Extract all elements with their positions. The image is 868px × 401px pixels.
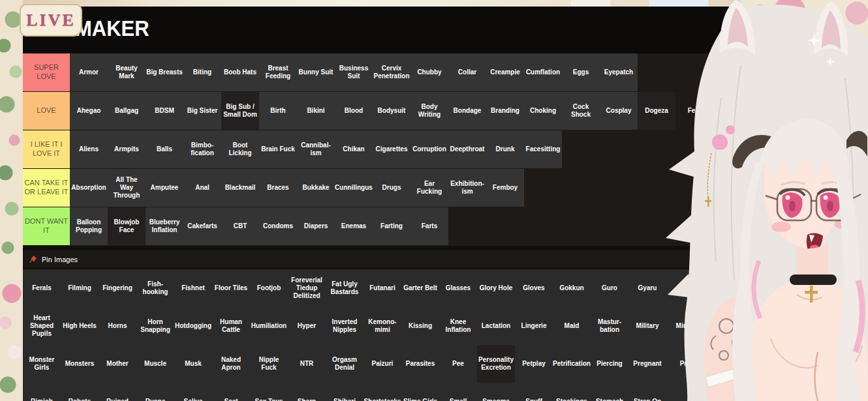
pool-item[interactable]: Paizuri [364, 345, 401, 383]
tier-item[interactable]: Drunk [486, 130, 524, 168]
tier-item[interactable]: Anal [183, 169, 221, 207]
pool-item[interactable]: Petplay [515, 345, 553, 383]
pool-item[interactable]: Gloves [515, 269, 553, 307]
tier-item[interactable]: Armpits [108, 130, 146, 168]
tier-item[interactable]: Big Sub / Small Dom [221, 92, 259, 130]
pool-item[interactable]: Parasites [401, 345, 439, 383]
tier-item[interactable]: Collar [448, 53, 486, 91]
tier-item[interactable]: CBT [221, 207, 259, 245]
pool-item[interactable]: Ruined [99, 383, 136, 401]
pool-item[interactable]: Orgasm Denial [326, 345, 364, 383]
pool-item[interactable]: Stomach [591, 383, 628, 401]
pool-item[interactable]: Knee Inflation [439, 307, 477, 345]
pool-item[interactable]: Monsters [61, 345, 99, 383]
tier-item[interactable]: Bukkake [297, 169, 335, 207]
tier-item[interactable]: Cakefarts [183, 207, 221, 245]
pool-item[interactable]: Glasses [439, 269, 477, 307]
pool-item[interactable]: Glory Hole [477, 269, 515, 307]
pool-item[interactable]: Saliva [174, 383, 212, 401]
tier-item[interactable]: Bimbo-fication [183, 130, 221, 168]
pool-item[interactable]: Slime Girls [401, 383, 439, 401]
pool-item[interactable]: Garter Belt [401, 269, 439, 307]
pool-item[interactable]: Guro [591, 269, 628, 307]
pool-item[interactable]: Kemono-mimi [364, 307, 401, 345]
tier-item[interactable]: Chubby [411, 53, 448, 91]
tier-item[interactable]: Creampie [486, 53, 524, 91]
pool-item[interactable]: Snuff [515, 383, 553, 401]
pool-item[interactable]: Robots [61, 383, 99, 401]
pool-item[interactable]: Stockings [553, 383, 591, 401]
tier-item[interactable]: Bunny Suit [297, 53, 335, 91]
tier-item[interactable]: Blood [335, 92, 373, 130]
pool-item[interactable]: Footjob [250, 269, 288, 307]
pool-item[interactable]: Monster Girls [23, 345, 61, 383]
pool-item[interactable]: Nipple Fuck [250, 345, 288, 383]
pool-item[interactable]: Shortstacks [364, 383, 401, 401]
tier-item[interactable]: Chikan [335, 130, 373, 168]
tier-item[interactable]: BDSM [146, 92, 183, 130]
tier-item[interactable]: Cumflation [524, 53, 562, 91]
pool-item[interactable]: Sharp [288, 383, 326, 401]
tier-item[interactable]: Drugs [373, 169, 411, 207]
tier-item[interactable]: Big Sister [183, 92, 221, 130]
tier-item[interactable]: Boob Hats [221, 53, 259, 91]
tier-label[interactable]: I LIKE IT I LOVE IT [23, 130, 70, 168]
tier-item[interactable]: Blueberry Inflation [146, 207, 183, 245]
pool-item[interactable]: Hotdogging [174, 307, 212, 345]
tier-item[interactable]: Farting [373, 207, 411, 245]
tier-item[interactable]: Biting [183, 53, 221, 91]
pool-item[interactable]: Petrification [553, 345, 591, 383]
tier-item[interactable]: Amputee [146, 169, 183, 207]
pool-item[interactable]: Personality Excretion [477, 345, 515, 383]
pool-item[interactable]: Smegma [477, 383, 515, 401]
pool-item[interactable]: Mastur-bation [591, 307, 628, 345]
tier-item[interactable]: Condoms [259, 207, 297, 245]
tier-label[interactable]: SUPER LOVE [23, 53, 70, 91]
pool-item[interactable]: Hyper [288, 307, 326, 345]
pool-item[interactable]: Fishnet [174, 269, 212, 307]
tier-item[interactable]: Diapers [297, 207, 335, 245]
pool-item[interactable]: Fish-hooking [136, 269, 174, 307]
pool-item[interactable]: Heart Shaped Pupils [23, 307, 61, 345]
tier-item[interactable]: Ballgag [108, 92, 146, 130]
pool-item[interactable]: Ryona [136, 383, 174, 401]
tier-item[interactable]: Enemas [335, 207, 373, 245]
pool-item[interactable]: Pee [439, 345, 477, 383]
tier-label[interactable]: CAN TAKE IT OR LEAVE IT [23, 169, 70, 207]
pool-item[interactable]: Kissing [401, 307, 439, 345]
tier-item[interactable]: Cunnilingus [335, 169, 373, 207]
pool-item[interactable]: Inverted Nipples [326, 307, 364, 345]
tier-item[interactable]: Blackmail [221, 169, 259, 207]
tier-item[interactable]: Cannibal-ism [297, 130, 335, 168]
tier-item[interactable]: Deepthroat [448, 130, 486, 168]
tier-item[interactable]: Bondage [448, 92, 486, 130]
tier-item[interactable]: Boot Licking [221, 130, 259, 168]
pool-item[interactable]: Floor Tiles [212, 269, 250, 307]
tier-item[interactable]: Business Suit [335, 53, 373, 91]
pool-item[interactable]: Fingering [99, 269, 136, 307]
tier-item[interactable]: Exhibition-ism [448, 169, 486, 207]
tier-item[interactable]: Big Breasts [146, 53, 183, 91]
pool-item[interactable]: Futanari [364, 269, 401, 307]
tier-item[interactable]: Breast Feeding [259, 53, 297, 91]
tier-label[interactable]: LOVE [23, 92, 70, 130]
pool-item[interactable]: Foreverial Tiedup Delitized [288, 269, 326, 307]
pool-item[interactable]: Filming [61, 269, 99, 307]
tier-item[interactable]: Bikini [297, 92, 335, 130]
pool-item[interactable]: Sex Toys [250, 383, 288, 401]
pool-item[interactable]: Mother [99, 345, 136, 383]
tier-item[interactable]: Balloon Popping [70, 207, 108, 245]
tier-item[interactable]: Facesitting [524, 130, 562, 168]
pool-item[interactable]: Lingerie [515, 307, 553, 345]
pool-item[interactable]: Lactation [477, 307, 515, 345]
pool-item[interactable]: Piercing [591, 345, 628, 383]
tier-item[interactable]: Body Writing [411, 92, 448, 130]
pool-item[interactable]: Naked Apron [212, 345, 250, 383]
pool-item[interactable]: Maid [553, 307, 591, 345]
tier-item[interactable]: Branding [486, 92, 524, 130]
pool-item[interactable]: Small [439, 383, 477, 401]
pool-item[interactable]: Shibari [326, 383, 364, 401]
tier-item[interactable]: Choking [524, 92, 562, 130]
tier-item[interactable]: Eggs [562, 53, 600, 91]
tier-item[interactable]: Absorption [70, 169, 108, 207]
